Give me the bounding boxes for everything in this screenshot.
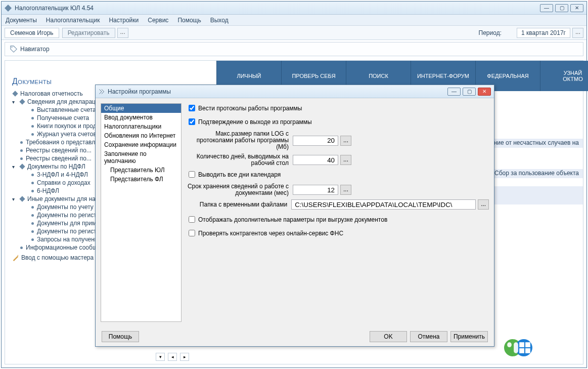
bullet-icon: [31, 125, 34, 128]
node-zaprosy[interactable]: Запросы на получение: [37, 236, 101, 243]
bullet-icon: [31, 222, 34, 225]
node-reestry1[interactable]: Реестры сведений по...: [26, 147, 92, 154]
node-doc-ndfl[interactable]: Документы по НДФЛ: [27, 163, 85, 170]
nav-rep-ul[interactable]: Представитель ЮЛ: [101, 166, 181, 175]
nav-save-info[interactable]: Сохранение информации: [101, 140, 181, 149]
chk-check-contr-input[interactable]: [189, 230, 195, 236]
main-titlebar: Налогоплательщик ЮЛ 4.54 — ▢ ✕: [2, 2, 586, 15]
bg-text-1: вание от несчастных случаев на: [487, 139, 579, 146]
bullet-icon: [31, 214, 34, 217]
scroll-down-button[interactable]: ▾: [156, 353, 165, 361]
cancel-button[interactable]: Отмена: [410, 331, 447, 342]
chk-confirm-exit[interactable]: Подтверждение о выходе из программы: [187, 117, 489, 127]
dialog-close-button[interactable]: ✕: [478, 88, 491, 96]
node-doc-uchet[interactable]: Документы по учету: [37, 203, 94, 211]
menu-service[interactable]: Сервис: [148, 17, 168, 24]
node-knigi[interactable]: Книги покупок и продаж: [37, 122, 104, 130]
chk-all-days[interactable]: Выводить все дни календаря: [187, 170, 489, 179]
node-reestry2[interactable]: Реестры сведений по...: [26, 155, 92, 162]
nav-input-docs[interactable]: Ввод документов: [101, 113, 181, 122]
temp-path-picker[interactable]: ...: [478, 199, 489, 210]
bullet-icon: [20, 141, 23, 144]
menu-help[interactable]: Помощь: [177, 17, 201, 24]
chk-protocols[interactable]: Вести протоколы работы программы: [187, 103, 489, 113]
chk-all-days-input[interactable]: [189, 171, 195, 178]
navigator-bar: Навигатор: [5, 42, 583, 56]
bullet-icon: [31, 238, 34, 241]
svg-point-0: [12, 47, 13, 48]
maximize-button[interactable]: ▢: [555, 4, 568, 12]
edit-button[interactable]: Редактировать: [62, 28, 115, 38]
chk-extra-params-input[interactable]: [189, 216, 195, 223]
bullet-icon: [31, 190, 34, 192]
settings-form: Вести протоколы работы программы Подтвер…: [187, 103, 489, 322]
bg-text-2: ес, Сбор за пользование объекта: [485, 170, 579, 177]
log-size-picker[interactable]: ...: [340, 136, 351, 146]
bullet-icon: [31, 230, 34, 233]
nav-general[interactable]: Общие: [101, 104, 181, 113]
chk-extra-params[interactable]: Отображать дополнительные параметры при …: [187, 215, 489, 224]
help-button[interactable]: Помощь: [102, 331, 139, 342]
dialog-title: Настройки программы: [108, 88, 447, 95]
chk-protocols-input[interactable]: [189, 105, 195, 111]
input-retention[interactable]: [293, 185, 338, 195]
tree-right-button[interactable]: ▸: [180, 353, 189, 361]
dialog-minimize-button[interactable]: —: [447, 88, 461, 96]
svg-point-1: [18, 255, 19, 256]
svg-rect-3: [525, 342, 530, 347]
diamond-icon: [19, 163, 25, 169]
menu-documents[interactable]: Документы: [6, 17, 37, 24]
bullet-icon: [20, 157, 23, 160]
dialog-maximize-button[interactable]: ▢: [463, 88, 476, 96]
input-log-size[interactable]: [293, 136, 338, 146]
minimize-button[interactable]: —: [540, 4, 553, 12]
node-nalog-otch[interactable]: Налоговая отчетность: [20, 90, 83, 97]
toolbar: Семенов Игорь Редактировать ... Период: …: [2, 26, 586, 40]
close-button[interactable]: ✕: [570, 4, 583, 12]
wand-icon: [12, 254, 19, 261]
node-polu-scheta[interactable]: Полученные счета: [37, 114, 89, 121]
chevron-down-icon[interactable]: ▾: [12, 164, 18, 170]
bullet-icon: [31, 182, 34, 184]
chk-check-contr[interactable]: Проверять контрагентов через онлайн-серв…: [187, 228, 489, 238]
input-temp-path[interactable]: [291, 199, 476, 210]
nav-taxpayers[interactable]: Налогоплательщики: [101, 122, 181, 131]
tab-oktmo[interactable]: УЗНАЙ ОКТМО: [540, 61, 588, 91]
chk-check-contr-label: Проверять контрагентов через онлайн-серв…: [198, 230, 343, 237]
menu-taxpayer[interactable]: Налогоплательщик: [46, 17, 100, 24]
days-picker[interactable]: ...: [340, 155, 351, 165]
svg-rect-4: [519, 348, 524, 353]
period-value[interactable]: 1 квартал 2017г: [517, 28, 570, 38]
chevron-down-icon[interactable]: ▾: [12, 99, 18, 105]
chk-extra-params-label: Отображать дополнительные параметры при …: [198, 216, 387, 223]
ok-button[interactable]: OK: [370, 331, 407, 342]
menu-settings[interactable]: Настройки: [109, 17, 139, 24]
lbl-days: Количество дней, выводимых на рабочий ст…: [187, 153, 293, 167]
toolbar-ellipsis[interactable]: ...: [117, 28, 128, 38]
node-zhurnal[interactable]: Журнал учета счетов: [37, 131, 97, 138]
period-ellipsis[interactable]: ...: [572, 28, 583, 38]
tree-left-button[interactable]: ◂: [168, 353, 177, 361]
nav-updates[interactable]: Обновления по Интернет: [101, 131, 181, 140]
nav-rep-fl[interactable]: Представитель ФЛ: [101, 175, 181, 184]
node-vyst-scheta[interactable]: Выставленные счета: [37, 106, 96, 113]
lbl-temp: Папка с временными файлами: [187, 201, 291, 208]
chk-confirm-exit-input[interactable]: [189, 118, 195, 125]
retention-picker[interactable]: ...: [340, 185, 351, 195]
navigator-label[interactable]: Навигатор: [20, 46, 50, 53]
chevron-down-icon[interactable]: ▾: [12, 196, 18, 202]
menu-exit[interactable]: Выход: [210, 17, 229, 24]
user-box[interactable]: Семенов Игорь: [5, 28, 59, 38]
node-ndfl34[interactable]: 3-НДФЛ и 4-НДФЛ: [37, 171, 88, 178]
node-ndfl6[interactable]: 6-НДФЛ: [37, 187, 59, 194]
apply-button[interactable]: Применить: [450, 331, 488, 342]
input-days[interactable]: [293, 155, 338, 165]
bullet-icon: [31, 109, 34, 111]
node-spravki[interactable]: Справки о доходах: [37, 179, 91, 186]
node-sved-decl[interactable]: Сведения для декларации: [27, 98, 102, 105]
chk-confirm-exit-label: Подтверждение о выходе из программы: [198, 118, 312, 126]
bullet-icon: [31, 174, 34, 176]
node-wizard[interactable]: Ввод с помощью мастера: [21, 254, 94, 261]
svg-rect-5: [525, 348, 530, 353]
nav-defaults[interactable]: Заполнение по умолчанию: [101, 149, 181, 166]
